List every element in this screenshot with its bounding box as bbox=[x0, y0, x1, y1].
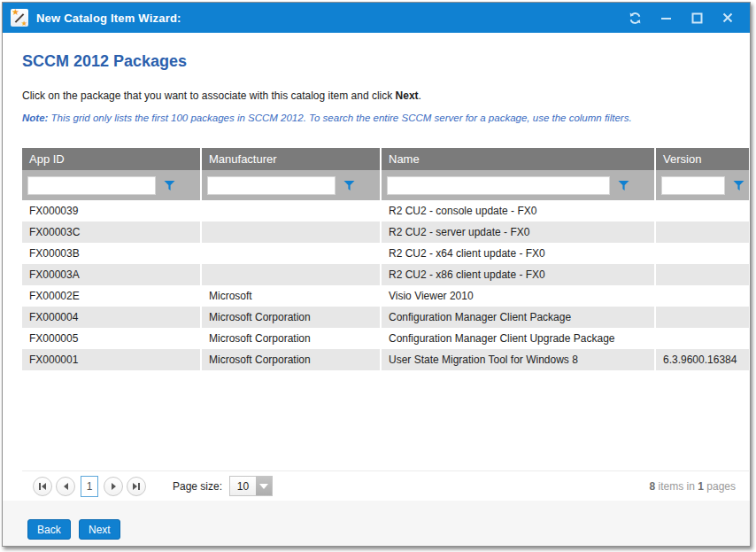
window-title: New Catalog Item Wizard: bbox=[36, 12, 181, 25]
cell-app-id: FX000005 bbox=[22, 328, 202, 349]
wizard-window: ★ ★ New Catalog Item Wizard: bbox=[2, 2, 751, 547]
close-button[interactable] bbox=[721, 11, 735, 25]
footer-bar: Back Next bbox=[3, 501, 750, 546]
cell-version: 6.3.9600.16384 bbox=[656, 349, 749, 370]
note-text: Note: This grid only lists the first 100… bbox=[22, 113, 632, 123]
packages-grid: App ID Manufacturer Name Version bbox=[22, 148, 749, 501]
name-filter-funnel-icon[interactable] bbox=[618, 180, 629, 191]
pager: 1 Page size: 10 8 items in 1 pages bbox=[22, 470, 749, 501]
cell-app-id: FX00002E bbox=[22, 285, 202, 307]
cell-app-id: FX00003B bbox=[22, 243, 202, 264]
chevron-down-icon bbox=[259, 484, 268, 489]
maximize-button[interactable] bbox=[690, 11, 704, 25]
cell-manufacturer bbox=[202, 200, 382, 222]
column-header-manufacturer[interactable]: Manufacturer bbox=[202, 148, 382, 170]
grid-filter-row bbox=[22, 170, 749, 200]
app-id-filter-input[interactable] bbox=[27, 176, 156, 195]
column-header-app-id[interactable]: App ID bbox=[22, 148, 202, 170]
page-size-dropdown-button[interactable] bbox=[256, 477, 272, 495]
cell-manufacturer bbox=[202, 243, 382, 264]
manufacturer-filter-funnel-icon[interactable] bbox=[343, 180, 355, 191]
titlebar: ★ ★ New Catalog Item Wizard: bbox=[3, 3, 750, 33]
cell-version bbox=[656, 307, 749, 328]
cell-app-id: FX000004 bbox=[22, 307, 202, 328]
cell-manufacturer: Microsoft Corporation bbox=[202, 328, 382, 349]
cell-name: User State Migration Tool for Windows 8 bbox=[382, 349, 656, 370]
table-row[interactable]: FX000039 R2 CU2 - console update - FX0 bbox=[22, 200, 749, 222]
cell-manufacturer bbox=[202, 222, 382, 243]
next-button[interactable]: Next bbox=[79, 519, 120, 540]
cell-manufacturer: Microsoft Corporation bbox=[202, 349, 382, 370]
grid-header-row: App ID Manufacturer Name Version bbox=[22, 148, 749, 170]
cell-app-id: FX000001 bbox=[22, 349, 202, 370]
cell-name: Configuration Manager Client Upgrade Pac… bbox=[382, 328, 656, 349]
column-header-name[interactable]: Name bbox=[382, 148, 656, 170]
cell-version bbox=[656, 264, 749, 285]
cell-version bbox=[656, 243, 749, 264]
manufacturer-filter-input[interactable] bbox=[207, 176, 336, 195]
minimize-button[interactable] bbox=[659, 11, 673, 25]
table-row[interactable]: FX00002E Microsoft Visio Viewer 2010 bbox=[22, 285, 749, 307]
cell-version bbox=[656, 285, 749, 307]
cell-manufacturer: Microsoft bbox=[202, 285, 382, 307]
name-filter-input[interactable] bbox=[387, 176, 610, 195]
items-count-text: 8 items in 1 pages bbox=[650, 480, 740, 493]
page-size-value: 10 bbox=[230, 477, 256, 495]
column-header-version[interactable]: Version bbox=[656, 148, 749, 170]
table-row[interactable]: FX000001 Microsoft Corporation User Stat… bbox=[22, 349, 749, 370]
cell-manufacturer: Microsoft Corporation bbox=[202, 307, 382, 328]
version-filter-funnel-icon[interactable] bbox=[733, 180, 744, 191]
cell-name: Visio Viewer 2010 bbox=[382, 285, 656, 307]
wizard-app-icon: ★ ★ bbox=[11, 9, 28, 27]
cell-name: R2 CU2 - console update - FX0 bbox=[382, 200, 656, 222]
cell-app-id: FX000039 bbox=[22, 200, 202, 222]
next-page-button[interactable] bbox=[104, 477, 123, 496]
window-controls bbox=[628, 11, 750, 25]
page-size-label: Page size: bbox=[173, 480, 222, 493]
table-row[interactable]: FX000005 Microsoft Corporation Configura… bbox=[22, 328, 749, 349]
cell-name: R2 CU2 - server update - FX0 bbox=[382, 222, 656, 243]
cell-manufacturer bbox=[202, 264, 382, 285]
last-page-button[interactable] bbox=[127, 477, 146, 496]
cell-version bbox=[656, 200, 749, 222]
cell-version bbox=[656, 222, 749, 243]
cell-version bbox=[656, 328, 749, 349]
previous-page-button[interactable] bbox=[56, 477, 75, 496]
cell-app-id: FX00003A bbox=[22, 264, 202, 285]
page-title: SCCM 2012 Packages bbox=[22, 52, 187, 71]
version-filter-input[interactable] bbox=[661, 176, 725, 195]
table-row[interactable]: FX00003B R2 CU2 - x64 client update - FX… bbox=[22, 243, 749, 264]
table-row[interactable]: FX00003C R2 CU2 - server update - FX0 bbox=[22, 222, 749, 243]
first-page-button[interactable] bbox=[33, 477, 52, 496]
page-number-button[interactable]: 1 bbox=[81, 476, 98, 497]
table-row[interactable]: FX00003A R2 CU2 - x86 client update - FX… bbox=[22, 264, 749, 285]
cell-name: R2 CU2 - x86 client update - FX0 bbox=[382, 264, 656, 285]
app-id-filter-funnel-icon[interactable] bbox=[164, 180, 175, 191]
table-row[interactable]: FX000004 Microsoft Corporation Configura… bbox=[22, 307, 749, 328]
refresh-icon[interactable] bbox=[628, 11, 642, 25]
instruction-text: Click on the package that you want to as… bbox=[22, 89, 421, 102]
cell-name: R2 CU2 - x64 client update - FX0 bbox=[382, 243, 656, 264]
page-size-select[interactable]: 10 bbox=[229, 476, 273, 496]
cell-app-id: FX00003C bbox=[22, 222, 202, 243]
back-button[interactable]: Back bbox=[27, 519, 71, 540]
cell-name: Configuration Manager Client Package bbox=[382, 307, 656, 328]
